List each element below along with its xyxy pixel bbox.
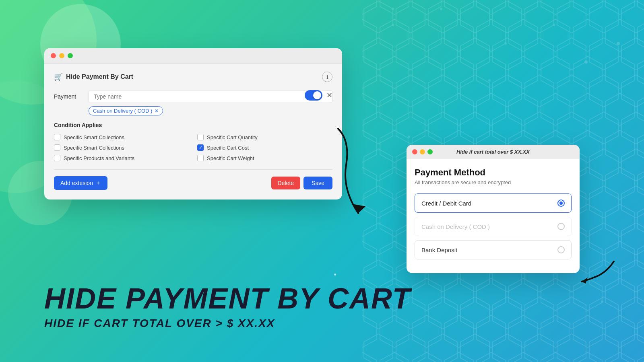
- pw-tl-yellow[interactable]: [420, 149, 425, 154]
- traffic-light-red[interactable]: [51, 53, 56, 58]
- svg-point-9: [488, 79, 491, 82]
- sub-title: HIDE IF CART TOTAL OVER > $ XX.XX: [44, 317, 411, 330]
- payment-toggle[interactable]: [305, 90, 322, 101]
- condition-checkbox[interactable]: [54, 144, 60, 151]
- window-footer: Add extesion ＋ Delete Save: [54, 169, 332, 190]
- add-extension-button[interactable]: Add extesion ＋: [54, 176, 107, 190]
- svg-point-5: [392, 24, 394, 26]
- arrow-1: [326, 125, 415, 229]
- toggle-area: ✕: [305, 90, 332, 101]
- condition-item: Specific Cart Weight: [197, 155, 332, 161]
- bottom-text-container: HIDE PAYMENT BY CART HIDE IF CART TOTAL …: [44, 284, 411, 330]
- condition-checkbox[interactable]: [54, 134, 60, 140]
- svg-point-7: [504, 42, 507, 45]
- condition-title: Condition Applies: [54, 122, 332, 128]
- payment-window-titlebar: Hide if cart total over $ XX.XX: [407, 145, 580, 159]
- plus-icon: ＋: [95, 179, 101, 187]
- condition-label: Specific Cart Weight: [207, 155, 254, 161]
- window-title: Hide Payment By Cart: [66, 73, 133, 80]
- window-header: 🛒 Hide Payment By Cart ℹ: [54, 72, 332, 82]
- radio-0: [557, 200, 565, 207]
- pm-title: Payment Method: [415, 167, 572, 178]
- condition-checkbox[interactable]: [54, 155, 60, 161]
- payment-input[interactable]: [89, 90, 332, 103]
- condition-item: Specific Products and Variants: [54, 155, 189, 161]
- window-titlebar: [44, 48, 342, 64]
- app-window: 🛒 Hide Payment By Cart ℹ Payment Cash on…: [44, 48, 342, 200]
- info-icon[interactable]: ℹ: [322, 72, 332, 82]
- payment-row: Payment Cash on Delivery ( COD ) ✕ ✕: [54, 90, 332, 115]
- condition-label: Specific Smart Collections: [64, 145, 124, 151]
- payment-option-label-0: Credit / Debit Card: [421, 200, 471, 207]
- payment-tag: Cash on Delivery ( COD ) ✕: [89, 106, 163, 115]
- condition-checkbox[interactable]: [197, 134, 204, 140]
- window-content: 🛒 Hide Payment By Cart ℹ Payment Cash on…: [44, 64, 342, 200]
- payment-options: Credit / Debit Card Cash on Delivery ( C…: [415, 193, 572, 259]
- payment-window-traffic-lights: [412, 149, 433, 154]
- pw-tl-red[interactable]: [412, 149, 417, 154]
- tag-text: Cash on Delivery ( COD ): [93, 108, 152, 114]
- payment-window: Hide if cart total over $ XX.XX Payment …: [407, 145, 580, 273]
- pw-tl-green[interactable]: [427, 149, 433, 154]
- radio-2: [557, 246, 565, 253]
- main-title: HIDE PAYMENT BY CART: [44, 284, 411, 313]
- window-title-row: 🛒 Hide Payment By Cart: [54, 72, 133, 81]
- payment-window-content: Payment Method All transactions are secu…: [407, 159, 580, 273]
- payment-option-0[interactable]: Credit / Debit Card: [415, 193, 572, 213]
- svg-point-11: [553, 24, 555, 26]
- svg-point-8: [584, 60, 588, 64]
- svg-point-12: [617, 42, 620, 45]
- condition-item: Specific Smart Collections: [54, 144, 189, 151]
- conditions-grid: Specific Smart Collections Specific Cart…: [54, 134, 332, 161]
- cart-icon: 🛒: [54, 72, 63, 81]
- condition-label: Specific Products and Variants: [64, 155, 134, 161]
- toggle-knob: [313, 91, 321, 99]
- tag-close-btn[interactable]: ✕: [155, 108, 159, 114]
- condition-label: Specific Cart Cost: [207, 145, 249, 151]
- add-extension-label: Add extesion: [60, 180, 93, 186]
- condition-label: Specific Smart Collections: [64, 134, 124, 140]
- svg-point-4: [392, 8, 394, 10]
- close-button[interactable]: ✕: [326, 91, 332, 100]
- payment-input-area: Cash on Delivery ( COD ) ✕: [89, 90, 332, 115]
- condition-item: Specific Smart Collections: [54, 134, 189, 140]
- footer-right-buttons: Delete Save: [271, 177, 332, 189]
- payment-option-1[interactable]: Cash on Delivery ( COD ): [415, 217, 572, 236]
- payment-option-label-1: Cash on Delivery ( COD ): [421, 223, 490, 230]
- delete-button[interactable]: Delete: [271, 177, 300, 189]
- payment-option-label-2: Bank Deposit: [421, 247, 457, 253]
- radio-1: [557, 223, 565, 230]
- payment-window-titlebar-text: Hide if cart total over $ XX.XX: [456, 149, 530, 155]
- svg-point-15: [601, 300, 603, 303]
- condition-checkbox[interactable]: ✓: [197, 144, 204, 151]
- traffic-light-yellow[interactable]: [59, 53, 64, 58]
- dot: [334, 274, 336, 276]
- payment-option-2[interactable]: Bank Deposit: [415, 240, 572, 259]
- arrow-2: [574, 257, 622, 290]
- condition-label: Specific Cart Quantity: [207, 134, 258, 140]
- condition-item: Specific Cart Quantity: [197, 134, 332, 140]
- condition-item: ✓ Specific Cart Cost: [197, 144, 332, 151]
- condition-checkbox[interactable]: [197, 155, 204, 161]
- traffic-light-green[interactable]: [68, 53, 73, 58]
- pm-subtitle: All transactions are secure and encrypte…: [415, 179, 572, 185]
- svg-point-6: [440, 8, 442, 10]
- payment-label: Payment: [54, 93, 82, 100]
